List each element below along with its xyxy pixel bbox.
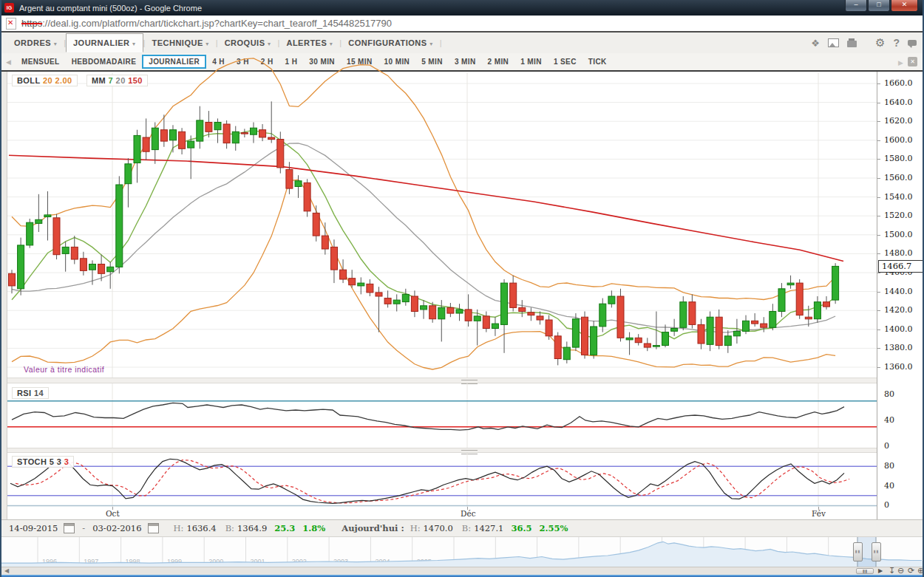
- price-axis-label: 1480.0: [884, 248, 913, 258]
- price-tick: [877, 121, 880, 122]
- timeframe-1min[interactable]: 1 MIN: [514, 55, 548, 68]
- candle: [662, 332, 669, 346]
- restore-button[interactable]: □: [868, 0, 890, 12]
- candle: [599, 304, 606, 327]
- price-tick: [877, 292, 880, 293]
- indicative-value-note: Valeur à titre indicatif: [24, 365, 104, 374]
- candle: [71, 247, 78, 259]
- bollinger-indicator-label[interactable]: BOLL 20 2.00: [12, 75, 78, 86]
- menu-journalier[interactable]: JOURNALIER ▾: [66, 33, 143, 52]
- candle: [626, 338, 633, 340]
- help-icon[interactable]: ?: [893, 37, 900, 49]
- stochastic-panel: [7, 453, 877, 507]
- candle: [510, 283, 517, 307]
- candle: [35, 219, 42, 223]
- price-axis-label: 1380.0: [884, 343, 913, 352]
- minimize-button[interactable]: –: [845, 0, 867, 12]
- chevron-down-icon: ▾: [429, 41, 433, 47]
- period-high: 1636.4: [186, 523, 216, 533]
- scroll-left-arrow[interactable]: ◀: [4, 567, 9, 574]
- stoch-axis-label: 80: [884, 461, 894, 471]
- timeframe-5min[interactable]: 5 MIN: [415, 55, 449, 68]
- timeframe-2min[interactable]: 2 MIN: [482, 55, 515, 68]
- address-bar[interactable]: https://deal.ig.com/platform/chart/tickc…: [1, 16, 923, 33]
- candle: [80, 259, 86, 271]
- title-bar[interactable]: IG Argent au comptant mini (500oz) - Goo…: [1, 0, 923, 16]
- close-button[interactable]: ✕: [891, 0, 918, 12]
- timeframe-4h[interactable]: 4 H: [206, 55, 231, 68]
- menu-separator: |: [440, 38, 442, 47]
- candle: [358, 283, 364, 286]
- panel-splitter-2[interactable]: [7, 448, 877, 453]
- candle: [214, 123, 221, 130]
- timeframe-hebdomadaire[interactable]: HEBDOMADAIRE: [66, 55, 143, 68]
- candle: [429, 306, 436, 319]
- candle: [27, 222, 33, 245]
- timeframe-3min[interactable]: 3 MIN: [449, 55, 482, 68]
- scroll-thumb[interactable]: ▮▮: [856, 568, 874, 574]
- layers-icon[interactable]: ❖: [811, 38, 820, 49]
- menu-technique[interactable]: TECHNIQUE ▾: [145, 34, 215, 52]
- timeframes-next-icon[interactable]: ▶: [898, 59, 903, 66]
- settings-gear-icon[interactable]: ⚙: [875, 36, 885, 49]
- stoch-label[interactable]: STOCH 5 3 3: [12, 456, 74, 468]
- timeframe-journalier[interactable]: JOURNALIER: [142, 55, 206, 69]
- menu-alertes[interactable]: ALERTES ▾: [279, 34, 339, 52]
- candle: [644, 344, 650, 347]
- candle: [456, 310, 463, 313]
- snapshot-icon[interactable]: [828, 38, 839, 47]
- candle: [295, 181, 302, 187]
- timeframe-mensuel[interactable]: MENSUEL: [16, 55, 66, 68]
- navigator-left-handle[interactable]: [853, 542, 863, 561]
- navigator-right-handle[interactable]: [872, 542, 881, 561]
- candle: [89, 264, 96, 270]
- candle: [474, 316, 480, 321]
- candle: [349, 279, 356, 285]
- timeframe-1h[interactable]: 1 H: [279, 55, 304, 68]
- timeframe-1sec[interactable]: 1 SEC: [548, 55, 582, 68]
- price-tick: [877, 253, 880, 254]
- chart-close-icon[interactable]: ✕: [908, 57, 917, 66]
- menu-ordres[interactable]: ORDRES ▾: [7, 34, 64, 52]
- timeframe-15min[interactable]: 15 MIN: [341, 55, 378, 68]
- period-high-label: H:: [174, 523, 184, 533]
- candle: [778, 289, 785, 312]
- rsi-axis-label: 0: [884, 441, 889, 451]
- url-text[interactable]: https://deal.ig.com/platform/chart/tickc…: [21, 18, 392, 29]
- timeframe-30min[interactable]: 30 MIN: [303, 55, 341, 68]
- price-tick: [877, 348, 880, 349]
- feedback-bubble-icon[interactable]: [908, 40, 917, 46]
- candle: [143, 137, 149, 151]
- chevron-down-icon: ▾: [205, 41, 209, 47]
- panel-splitter-1[interactable]: [7, 378, 877, 383]
- print-icon[interactable]: [847, 41, 857, 47]
- date-from[interactable]: 14-09-2015: [9, 523, 58, 533]
- candle: [554, 336, 561, 359]
- candle: [322, 236, 328, 249]
- date-to[interactable]: 03-02-2016: [92, 523, 141, 533]
- candle: [617, 296, 624, 338]
- menu-configurations[interactable]: CONFIGURATIONS ▾: [342, 34, 439, 52]
- candle: [787, 283, 794, 285]
- today-change: 36.5: [511, 523, 531, 533]
- timeframe-tick[interactable]: TICK: [582, 55, 613, 68]
- play-button[interactable]: ▶: [878, 567, 883, 574]
- timeframe-10min[interactable]: 10 MIN: [378, 55, 416, 68]
- price-tick: [877, 197, 880, 198]
- rsi-label[interactable]: RSI 14: [12, 387, 49, 399]
- candle: [537, 316, 543, 320]
- price-axis[interactable]: 1660.01640.01620.01600.01580.01560.01540…: [877, 72, 924, 519]
- mm-indicator-label[interactable]: MM 7 20 150: [86, 75, 148, 86]
- candle: [752, 321, 758, 324]
- price-axis-label: 1440.0: [884, 287, 913, 296]
- insecure-page-icon[interactable]: [6, 18, 16, 30]
- calendar-icon[interactable]: [148, 523, 159, 533]
- horizontal-scrollbar[interactable]: ◀ ▮▮ ▶ ↧ ⊖ ⟳ ⊕: [1, 567, 923, 575]
- period-change: 25.3: [274, 523, 295, 533]
- candle: [170, 130, 177, 140]
- candle: [205, 123, 212, 132]
- timeframes-prev-icon[interactable]: ◀: [1, 58, 16, 66]
- calendar-icon[interactable]: [64, 523, 75, 533]
- candle: [98, 264, 105, 274]
- menu-croquis[interactable]: CROQUIS ▾: [218, 34, 278, 52]
